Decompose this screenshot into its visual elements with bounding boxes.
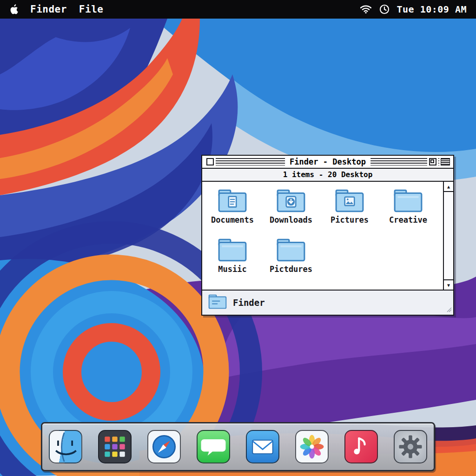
window-content: Documents Downloads	[202, 182, 453, 290]
folder-label: Creative	[389, 215, 427, 225]
resize-handle[interactable]	[446, 305, 452, 314]
apple-menu-icon[interactable]	[9, 4, 18, 14]
finder-window: Finder - Desktop 1 items - 20 Desktop	[201, 155, 454, 316]
folder-grid: Documents Downloads	[202, 182, 444, 290]
menu-clock-text: Tue 10:09 AM	[397, 4, 467, 15]
zoom-box[interactable]	[429, 158, 436, 165]
menu-item-file[interactable]: File	[79, 4, 104, 15]
folder-icon	[276, 238, 306, 263]
folder-documents[interactable]: Documents	[203, 188, 262, 238]
clock-icon[interactable]	[379, 4, 390, 14]
document-badge-icon	[229, 197, 237, 207]
vertical-scrollbar[interactable]: ▲ ▼	[443, 182, 453, 290]
folder-downloads[interactable]: Downloads	[262, 188, 320, 238]
folder-pictures[interactable]: Pictures	[320, 188, 379, 238]
folder-label: Documents	[211, 215, 254, 225]
dock-music-icon[interactable]	[344, 430, 378, 463]
folder-label: Pictdures	[270, 264, 312, 274]
dock-mail-icon[interactable]	[246, 430, 279, 463]
photo-badge-icon	[345, 197, 355, 206]
collapse-grille-icon[interactable]	[441, 158, 450, 165]
dock-launchpad-icon[interactable]	[98, 430, 132, 463]
dock-safari-icon[interactable]	[147, 430, 181, 463]
footer-label: Finder	[233, 298, 265, 308]
window-footer: Finder	[202, 290, 453, 315]
folder-icon	[276, 188, 306, 213]
window-status-text: 1 items - 20 Desktop	[202, 169, 453, 182]
desktop: Finder File Tue 10:09 AM	[0, 0, 476, 476]
dock-settings-icon[interactable]	[394, 430, 427, 463]
folder-music[interactable]: Musiic	[203, 238, 262, 287]
dock	[41, 422, 435, 471]
folder-pictures-2[interactable]: Pictdures	[262, 238, 320, 287]
download-badge-icon	[286, 197, 296, 207]
close-box[interactable]	[206, 158, 214, 165]
finder-folder-icon	[208, 294, 227, 311]
wifi-icon[interactable]	[360, 5, 372, 14]
dock-finder-icon[interactable]	[49, 430, 82, 463]
folder-label: Downloads	[270, 215, 312, 225]
dock-messages-icon[interactable]	[197, 430, 230, 463]
scroll-up-button[interactable]: ▲	[444, 182, 453, 192]
scroll-down-button[interactable]: ▼	[444, 279, 453, 290]
menu-item-finder[interactable]: Finder	[30, 4, 67, 15]
folder-label: Musiic	[218, 264, 246, 274]
folder-icon	[217, 188, 248, 213]
dock-photos-icon[interactable]	[295, 430, 329, 463]
menu-bar: Finder File Tue 10:09 AM	[0, 0, 476, 19]
folder-creative[interactable]: Creative	[379, 188, 437, 238]
window-titlebar[interactable]: Finder - Desktop	[202, 156, 453, 169]
folder-icon	[334, 188, 365, 213]
menu-bar-status-area: Tue 10:09 AM	[360, 4, 467, 15]
folder-label: Pictures	[331, 215, 369, 225]
folder-icon	[393, 188, 423, 213]
window-title: Finder - Desktop	[285, 157, 370, 166]
folder-icon	[217, 238, 248, 263]
